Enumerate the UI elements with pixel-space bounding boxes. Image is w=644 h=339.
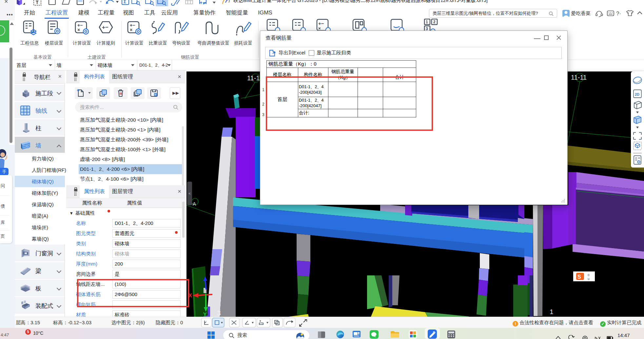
svg-text:11-1: 11-1 <box>247 74 260 82</box>
svg-text:Y: Y <box>203 312 207 317</box>
svg-text:2D: 2D <box>635 92 639 96</box>
svg-text:u: u <box>588 277 590 281</box>
svg-text:✳: ✳ <box>77 89 80 92</box>
svg-text:×: × <box>130 27 132 32</box>
svg-text:1: 1 <box>550 308 554 315</box>
svg-text:T: T <box>36 0 39 5</box>
svg-text:1: 1 <box>426 20 428 24</box>
svg-text:3: 3 <box>217 309 221 317</box>
svg-text:×: × <box>77 27 80 32</box>
svg-text:o: o <box>588 273 590 277</box>
svg-text:+−: +− <box>318 21 324 26</box>
svg-text:?·: ?· <box>616 10 621 17</box>
svg-text:Σ: Σ <box>124 0 126 4</box>
svg-text:×: × <box>318 26 321 31</box>
svg-text:+: + <box>200 0 203 5</box>
svg-text:2: 2 <box>433 20 436 24</box>
svg-text:11-11: 11-11 <box>571 74 587 81</box>
svg-text:S: S <box>577 274 581 280</box>
svg-text:+−: +− <box>102 24 108 30</box>
